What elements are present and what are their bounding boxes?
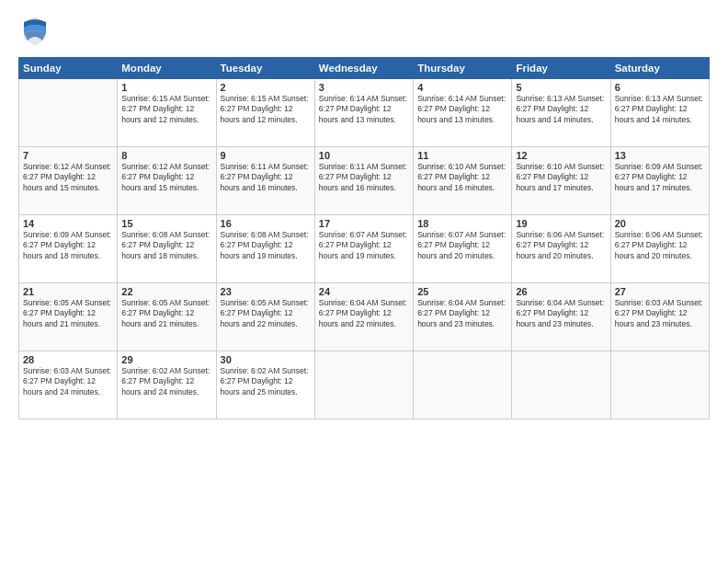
day-number: 25 bbox=[417, 286, 507, 297]
calendar-cell: 20Sunrise: 6:06 AM Sunset: 6:27 PM Dayli… bbox=[610, 215, 709, 283]
calendar-cell: 23Sunrise: 6:05 AM Sunset: 6:27 PM Dayli… bbox=[216, 283, 314, 351]
calendar-cell: 8Sunrise: 6:12 AM Sunset: 6:27 PM Daylig… bbox=[118, 147, 216, 215]
calendar-cell: 5Sunrise: 6:13 AM Sunset: 6:27 PM Daylig… bbox=[512, 79, 610, 147]
day-info: Sunrise: 6:07 AM Sunset: 6:27 PM Dayligh… bbox=[417, 230, 507, 261]
calendar-cell: 11Sunrise: 6:10 AM Sunset: 6:27 PM Dayli… bbox=[414, 147, 512, 215]
day-number: 21 bbox=[23, 286, 113, 297]
calendar-cell: 14Sunrise: 6:09 AM Sunset: 6:27 PM Dayli… bbox=[19, 215, 118, 283]
day-info: Sunrise: 6:09 AM Sunset: 6:27 PM Dayligh… bbox=[615, 162, 705, 193]
day-number: 29 bbox=[121, 354, 211, 365]
day-info: Sunrise: 6:02 AM Sunset: 6:27 PM Dayligh… bbox=[121, 366, 211, 397]
day-info: Sunrise: 6:08 AM Sunset: 6:27 PM Dayligh… bbox=[221, 230, 311, 261]
day-number: 1 bbox=[121, 82, 211, 93]
calendar-cell: 3Sunrise: 6:14 AM Sunset: 6:27 PM Daylig… bbox=[314, 79, 413, 147]
day-info: Sunrise: 6:12 AM Sunset: 6:27 PM Dayligh… bbox=[121, 162, 211, 193]
day-info: Sunrise: 6:08 AM Sunset: 6:27 PM Dayligh… bbox=[121, 230, 211, 261]
calendar-cell: 19Sunrise: 6:06 AM Sunset: 6:27 PM Dayli… bbox=[512, 215, 610, 283]
calendar-cell bbox=[314, 351, 413, 419]
day-number: 3 bbox=[319, 82, 409, 93]
calendar-cell: 10Sunrise: 6:11 AM Sunset: 6:27 PM Dayli… bbox=[314, 147, 413, 215]
day-info: Sunrise: 6:11 AM Sunset: 6:27 PM Dayligh… bbox=[319, 162, 409, 193]
weekday-header-cell: Friday bbox=[512, 58, 610, 79]
calendar-cell: 2Sunrise: 6:15 AM Sunset: 6:27 PM Daylig… bbox=[216, 79, 314, 147]
calendar-cell: 22Sunrise: 6:05 AM Sunset: 6:27 PM Dayli… bbox=[118, 283, 216, 351]
calendar-body: 1Sunrise: 6:15 AM Sunset: 6:27 PM Daylig… bbox=[19, 79, 710, 419]
day-number: 27 bbox=[615, 286, 705, 297]
day-number: 16 bbox=[221, 218, 311, 229]
day-info: Sunrise: 6:13 AM Sunset: 6:27 PM Dayligh… bbox=[615, 94, 705, 125]
day-number: 14 bbox=[23, 218, 113, 229]
calendar-cell bbox=[19, 79, 118, 147]
day-info: Sunrise: 6:04 AM Sunset: 6:27 PM Dayligh… bbox=[319, 298, 409, 329]
calendar-cell: 6Sunrise: 6:13 AM Sunset: 6:27 PM Daylig… bbox=[610, 79, 709, 147]
day-number: 19 bbox=[516, 218, 606, 229]
calendar-cell: 7Sunrise: 6:12 AM Sunset: 6:27 PM Daylig… bbox=[19, 147, 118, 215]
day-info: Sunrise: 6:10 AM Sunset: 6:27 PM Dayligh… bbox=[516, 162, 606, 193]
calendar-week-row: 28Sunrise: 6:03 AM Sunset: 6:27 PM Dayli… bbox=[19, 351, 710, 419]
day-number: 13 bbox=[615, 150, 705, 161]
day-info: Sunrise: 6:07 AM Sunset: 6:27 PM Dayligh… bbox=[319, 230, 409, 261]
weekday-header-cell: Thursday bbox=[414, 58, 512, 79]
calendar-week-row: 7Sunrise: 6:12 AM Sunset: 6:27 PM Daylig… bbox=[19, 147, 710, 215]
calendar-cell: 1Sunrise: 6:15 AM Sunset: 6:27 PM Daylig… bbox=[118, 79, 216, 147]
day-info: Sunrise: 6:14 AM Sunset: 6:27 PM Dayligh… bbox=[319, 94, 409, 125]
day-number: 28 bbox=[23, 354, 113, 365]
day-info: Sunrise: 6:03 AM Sunset: 6:27 PM Dayligh… bbox=[615, 298, 705, 329]
day-number: 30 bbox=[221, 354, 311, 365]
header bbox=[18, 15, 710, 48]
calendar-cell: 29Sunrise: 6:02 AM Sunset: 6:27 PM Dayli… bbox=[118, 351, 216, 419]
day-number: 23 bbox=[221, 286, 311, 297]
day-number: 2 bbox=[221, 82, 311, 93]
day-number: 15 bbox=[121, 218, 211, 229]
day-number: 7 bbox=[23, 150, 113, 161]
calendar-cell: 27Sunrise: 6:03 AM Sunset: 6:27 PM Dayli… bbox=[610, 283, 709, 351]
day-number: 12 bbox=[516, 150, 606, 161]
calendar-cell: 16Sunrise: 6:08 AM Sunset: 6:27 PM Dayli… bbox=[216, 215, 314, 283]
weekday-header-cell: Sunday bbox=[19, 58, 118, 79]
weekday-header-cell: Wednesday bbox=[314, 58, 413, 79]
weekday-header-row: SundayMondayTuesdayWednesdayThursdayFrid… bbox=[19, 58, 710, 79]
day-number: 20 bbox=[615, 218, 705, 229]
day-number: 9 bbox=[221, 150, 311, 161]
calendar-week-row: 21Sunrise: 6:05 AM Sunset: 6:27 PM Dayli… bbox=[19, 283, 710, 351]
calendar-cell: 17Sunrise: 6:07 AM Sunset: 6:27 PM Dayli… bbox=[314, 215, 413, 283]
weekday-header-cell: Saturday bbox=[610, 58, 709, 79]
day-number: 18 bbox=[417, 218, 507, 229]
calendar-cell: 13Sunrise: 6:09 AM Sunset: 6:27 PM Dayli… bbox=[610, 147, 709, 215]
calendar-table: SundayMondayTuesdayWednesdayThursdayFrid… bbox=[18, 57, 710, 419]
calendar-cell: 4Sunrise: 6:14 AM Sunset: 6:27 PM Daylig… bbox=[414, 79, 512, 147]
day-number: 22 bbox=[121, 286, 211, 297]
day-number: 24 bbox=[319, 286, 409, 297]
calendar-cell bbox=[414, 351, 512, 419]
calendar-week-row: 1Sunrise: 6:15 AM Sunset: 6:27 PM Daylig… bbox=[19, 79, 710, 147]
day-number: 26 bbox=[516, 286, 606, 297]
calendar-cell: 18Sunrise: 6:07 AM Sunset: 6:27 PM Dayli… bbox=[414, 215, 512, 283]
calendar-cell bbox=[610, 351, 709, 419]
day-info: Sunrise: 6:15 AM Sunset: 6:27 PM Dayligh… bbox=[221, 94, 311, 125]
day-info: Sunrise: 6:05 AM Sunset: 6:27 PM Dayligh… bbox=[23, 298, 113, 329]
day-info: Sunrise: 6:12 AM Sunset: 6:27 PM Dayligh… bbox=[23, 162, 113, 193]
calendar-cell: 25Sunrise: 6:04 AM Sunset: 6:27 PM Dayli… bbox=[414, 283, 512, 351]
day-number: 10 bbox=[319, 150, 409, 161]
day-info: Sunrise: 6:04 AM Sunset: 6:27 PM Dayligh… bbox=[516, 298, 606, 329]
day-info: Sunrise: 6:06 AM Sunset: 6:27 PM Dayligh… bbox=[516, 230, 606, 261]
calendar-cell: 24Sunrise: 6:04 AM Sunset: 6:27 PM Dayli… bbox=[314, 283, 413, 351]
calendar-cell: 21Sunrise: 6:05 AM Sunset: 6:27 PM Dayli… bbox=[19, 283, 118, 351]
weekday-header-cell: Tuesday bbox=[216, 58, 314, 79]
logo bbox=[18, 15, 55, 48]
day-info: Sunrise: 6:11 AM Sunset: 6:27 PM Dayligh… bbox=[221, 162, 311, 193]
calendar-cell: 30Sunrise: 6:02 AM Sunset: 6:27 PM Dayli… bbox=[216, 351, 314, 419]
calendar-cell: 12Sunrise: 6:10 AM Sunset: 6:27 PM Dayli… bbox=[512, 147, 610, 215]
page: SundayMondayTuesdayWednesdayThursdayFrid… bbox=[0, 0, 728, 563]
day-info: Sunrise: 6:03 AM Sunset: 6:27 PM Dayligh… bbox=[23, 366, 113, 397]
calendar-cell bbox=[512, 351, 610, 419]
calendar-cell: 9Sunrise: 6:11 AM Sunset: 6:27 PM Daylig… bbox=[216, 147, 314, 215]
logo-icon bbox=[18, 15, 51, 48]
day-info: Sunrise: 6:14 AM Sunset: 6:27 PM Dayligh… bbox=[417, 94, 507, 125]
day-info: Sunrise: 6:04 AM Sunset: 6:27 PM Dayligh… bbox=[417, 298, 507, 329]
calendar-week-row: 14Sunrise: 6:09 AM Sunset: 6:27 PM Dayli… bbox=[19, 215, 710, 283]
day-info: Sunrise: 6:15 AM Sunset: 6:27 PM Dayligh… bbox=[121, 94, 211, 125]
day-info: Sunrise: 6:05 AM Sunset: 6:27 PM Dayligh… bbox=[121, 298, 211, 329]
day-info: Sunrise: 6:13 AM Sunset: 6:27 PM Dayligh… bbox=[516, 94, 606, 125]
day-number: 5 bbox=[516, 82, 606, 93]
